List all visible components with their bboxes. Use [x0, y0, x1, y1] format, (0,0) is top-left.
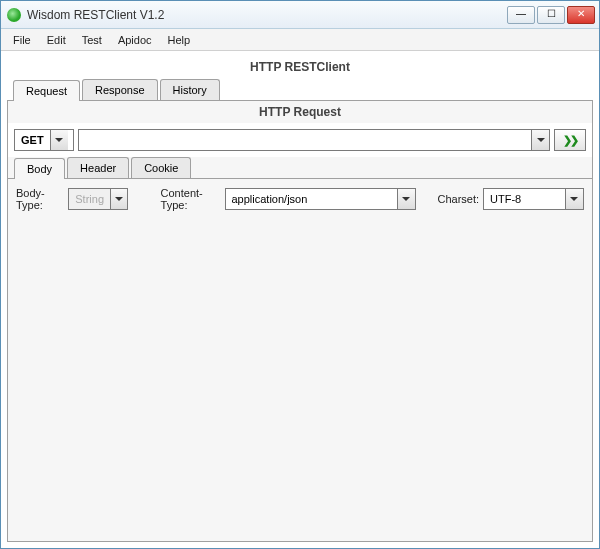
panel-title: HTTP RESTClient: [7, 57, 593, 79]
content-type-select[interactable]: application/json: [225, 188, 416, 210]
chevron-down-icon[interactable]: [110, 189, 127, 209]
app-icon: [7, 8, 21, 22]
charset-select[interactable]: UTF-8: [483, 188, 584, 210]
content-type-value: application/json: [226, 193, 397, 205]
body-type-select[interactable]: String: [68, 188, 128, 210]
request-title: HTTP Request: [8, 101, 592, 123]
url-input[interactable]: [78, 129, 550, 151]
charset-value: UTF-8: [484, 193, 565, 205]
send-button[interactable]: ❯❯: [554, 129, 586, 151]
close-button[interactable]: ✕: [567, 6, 595, 24]
window-title: Wisdom RESTClient V1.2: [27, 8, 507, 22]
tab-history[interactable]: History: [160, 79, 220, 100]
send-icon: ❯❯: [563, 134, 577, 147]
menu-edit[interactable]: Edit: [39, 31, 74, 49]
chevron-down-icon[interactable]: [397, 189, 415, 209]
menu-help[interactable]: Help: [160, 31, 199, 49]
http-method-select[interactable]: GET: [14, 129, 74, 151]
main-tabs: Request Response History: [7, 79, 593, 101]
window-titlebar: Wisdom RESTClient V1.2 — ☐ ✕: [1, 1, 599, 29]
chevron-down-icon[interactable]: [50, 130, 68, 150]
menubar: File Edit Test Apidoc Help: [1, 29, 599, 51]
tab-response[interactable]: Response: [82, 79, 158, 100]
chevron-down-icon[interactable]: [565, 189, 583, 209]
chevron-down-icon[interactable]: [531, 130, 549, 150]
menu-file[interactable]: File: [5, 31, 39, 49]
content-type-label: Content-Type:: [161, 187, 221, 211]
body-type-label: Body-Type:: [16, 187, 64, 211]
menu-apidoc[interactable]: Apidoc: [110, 31, 160, 49]
maximize-button[interactable]: ☐: [537, 6, 565, 24]
minimize-button[interactable]: —: [507, 6, 535, 24]
request-sub-tabs: Body Header Cookie: [8, 157, 592, 179]
body-text-area[interactable]: [16, 217, 584, 533]
charset-label: Charset:: [438, 193, 480, 205]
subtab-cookie[interactable]: Cookie: [131, 157, 191, 178]
subtab-header[interactable]: Header: [67, 157, 129, 178]
body-type-value: String: [69, 193, 110, 205]
http-method-value: GET: [15, 134, 50, 146]
subtab-body[interactable]: Body: [14, 158, 65, 179]
tab-request[interactable]: Request: [13, 80, 80, 101]
menu-test[interactable]: Test: [74, 31, 110, 49]
